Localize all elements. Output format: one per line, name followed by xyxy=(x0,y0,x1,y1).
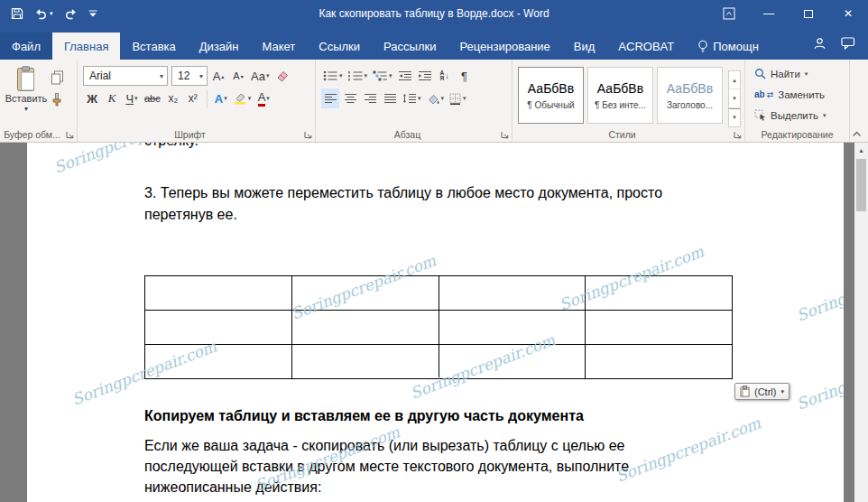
tab-insert[interactable]: Вставка xyxy=(120,33,187,60)
change-case-button[interactable]: Аа▾ xyxy=(249,66,272,86)
paragraph-dialog-launcher[interactable] xyxy=(500,130,509,139)
highlight-button[interactable]: ▾ xyxy=(232,88,254,108)
align-left-button[interactable] xyxy=(321,88,339,108)
table-cell[interactable] xyxy=(292,345,439,379)
word-window: ▾ Как скопировать таблицу в Ворде.docx -… xyxy=(0,0,868,502)
style-no-spacing[interactable]: АаБбВв ¶ Без инте... xyxy=(587,67,653,124)
superscript-button[interactable]: x² xyxy=(184,88,202,108)
replace-button[interactable]: ab ⇄ Заменить xyxy=(754,84,845,105)
comments-icon[interactable] xyxy=(841,37,855,50)
borders-button[interactable]: ▾ xyxy=(448,88,468,108)
tab-view[interactable]: Вид xyxy=(562,33,607,60)
bullets-button[interactable]: ▾ xyxy=(321,66,345,86)
vertical-scrollbar[interactable]: ▲ xyxy=(854,143,868,502)
shading-button[interactable]: ▾ xyxy=(425,88,447,108)
line-spacing-button[interactable]: ▾ xyxy=(401,88,423,108)
strikethrough-button[interactable]: abc xyxy=(143,88,162,108)
styles-scroll-up-icon[interactable]: ▴ xyxy=(729,71,740,89)
font-size-select[interactable]: 12 ▾ xyxy=(171,66,208,86)
styles-dialog-launcher[interactable] xyxy=(733,130,742,139)
format-painter-icon[interactable] xyxy=(51,93,64,107)
collapse-ribbon-icon[interactable] xyxy=(852,131,862,137)
undo-dropdown-icon[interactable]: ▾ xyxy=(50,10,53,17)
undo-icon[interactable]: ▾ xyxy=(34,8,53,20)
justify-button[interactable] xyxy=(381,88,399,108)
select-button[interactable]: Выделить ▾ xyxy=(754,105,845,126)
section-heading[interactable]: Копируем таблицу и вставляем ее в другую… xyxy=(144,406,735,426)
shading-icon xyxy=(427,93,440,105)
multilevel-list-button[interactable]: ▾ xyxy=(371,66,394,86)
title-bar: ▾ Как скопировать таблицу в Ворде.docx -… xyxy=(0,0,868,27)
tab-mailings[interactable]: Рассылки xyxy=(372,33,448,60)
save-icon[interactable] xyxy=(11,7,23,20)
font-color-button[interactable]: А▾ xyxy=(254,88,272,108)
font-dialog-launcher[interactable] xyxy=(303,130,312,139)
sort-button[interactable]: АЯ ↓ xyxy=(436,66,454,86)
styles-scroll-down-icon[interactable]: ▾ xyxy=(729,89,740,107)
grow-font-button[interactable]: А▴ xyxy=(209,66,227,86)
tab-home[interactable]: Главная xyxy=(52,33,120,60)
clipboard-dialog-launcher[interactable] xyxy=(65,130,74,139)
subscript-button[interactable]: x₂ xyxy=(164,88,182,108)
table-cell[interactable] xyxy=(586,311,733,345)
paste-options-icon xyxy=(740,386,751,397)
table-cell[interactable] xyxy=(145,345,292,379)
table-cell[interactable] xyxy=(292,311,439,345)
text-effects-button[interactable]: А▾ xyxy=(212,88,230,108)
clear-formatting-icon[interactable] xyxy=(273,66,291,86)
tab-file[interactable]: Файл xyxy=(0,33,52,60)
find-button[interactable]: Найти ▾ xyxy=(754,63,845,84)
sign-in-icon[interactable] xyxy=(813,37,826,50)
show-formatting-marks-button[interactable]: ¶ xyxy=(456,66,474,86)
underline-button[interactable]: Ч▾ xyxy=(123,88,141,108)
tab-review[interactable]: Рецензирование xyxy=(448,33,561,60)
document-page[interactable]: Soringpcrepair.com Soringpcrepair.com So… xyxy=(27,143,844,502)
paragraph-2[interactable]: Если же ваша задача - скопировать (или в… xyxy=(144,435,735,497)
bold-button[interactable]: Ж xyxy=(83,88,101,108)
font-size-dropdown-icon: ▾ xyxy=(199,72,203,80)
tab-references[interactable]: Ссылки xyxy=(307,33,372,60)
customize-qat-icon[interactable] xyxy=(88,10,97,18)
scroll-up-icon[interactable]: ▲ xyxy=(854,143,868,157)
ribbon-display-options-icon[interactable] xyxy=(709,0,749,27)
table-cell[interactable] xyxy=(439,345,586,379)
paste-button[interactable]: Вставить ▾ xyxy=(5,63,47,126)
table-cell[interactable] xyxy=(439,276,586,311)
tab-acrobat[interactable]: ACROBAT xyxy=(606,33,686,60)
table-cell[interactable] xyxy=(586,345,733,379)
align-right-icon xyxy=(364,93,377,104)
close-button[interactable]: ✕ xyxy=(828,0,868,27)
minimize-button[interactable]: — xyxy=(749,0,789,27)
table-cell[interactable] xyxy=(145,276,292,311)
tab-assistant[interactable]: Помощн xyxy=(686,33,771,60)
align-left-icon xyxy=(324,93,337,104)
clipped-paragraph[interactable]: стрелку. xyxy=(144,143,735,151)
maximize-button[interactable] xyxy=(789,0,828,27)
tab-design[interactable]: Дизайн xyxy=(188,33,251,60)
styles-gallery-scroll: ▴ ▾ ▾ xyxy=(728,70,741,127)
group-paragraph: ▾ ▾ ▾ АЯ ↓ xyxy=(316,60,512,142)
scrollbar-thumb[interactable] xyxy=(856,159,866,211)
table-cell[interactable] xyxy=(292,276,439,311)
style-heading1[interactable]: АаБбВв Заголово... xyxy=(657,67,723,124)
table-cell[interactable] xyxy=(145,311,292,345)
italic-button[interactable]: К xyxy=(103,88,121,108)
redo-icon[interactable] xyxy=(64,8,78,20)
increase-indent-button[interactable] xyxy=(416,66,434,86)
styles-more-icon[interactable]: ▾ xyxy=(729,108,740,126)
table-cell[interactable] xyxy=(439,311,586,345)
decrease-indent-button[interactable] xyxy=(396,66,414,86)
font-family-select[interactable]: Arial ▾ xyxy=(83,66,168,86)
align-center-button[interactable] xyxy=(341,88,359,108)
copy-icon[interactable] xyxy=(51,70,64,85)
tab-layout[interactable]: Макет xyxy=(250,33,307,60)
align-right-button[interactable] xyxy=(361,88,379,108)
outdent-icon xyxy=(398,70,412,81)
table-cell[interactable] xyxy=(586,276,733,311)
paste-options-button[interactable]: (Ctrl) ▾ xyxy=(734,383,790,400)
styles-group-label: Стили xyxy=(512,129,732,140)
numbering-button[interactable]: ▾ xyxy=(346,66,370,86)
paragraph-1[interactable]: 3. Теперь вы можете переместить таблицу … xyxy=(144,182,735,226)
style-normal[interactable]: АаБбВв ¶ Обычный xyxy=(518,67,584,124)
shrink-font-button[interactable]: А▾ xyxy=(229,66,247,86)
